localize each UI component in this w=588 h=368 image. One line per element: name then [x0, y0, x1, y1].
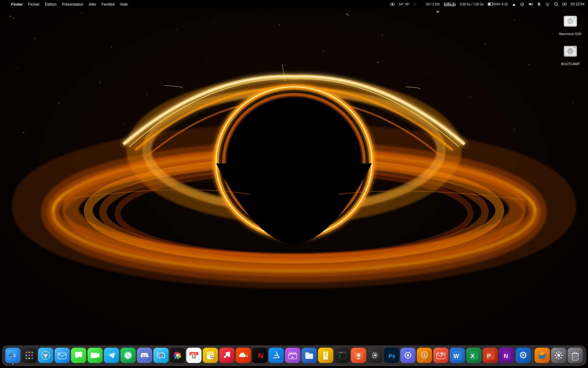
dock-discord[interactable] — [137, 348, 152, 363]
dock-claquette[interactable] — [285, 348, 300, 363]
apple-menu[interactable] — [2, 4, 8, 5]
dock-files[interactable] — [302, 348, 317, 363]
dock-soundcloud[interactable] — [236, 348, 251, 363]
bootcamp-icon[interactable]: BOOTCAMP — [559, 42, 582, 66]
wallpaper — [0, 0, 588, 368]
svg-marker-118 — [97, 353, 100, 358]
svg-point-59 — [392, 4, 393, 5]
menu-aller[interactable]: Aller — [86, 1, 99, 7]
svg-marker-158 — [292, 357, 295, 358]
menu-finder[interactable]: Finder — [9, 1, 25, 7]
svg-rect-200 — [558, 351, 559, 353]
svg-rect-66 — [451, 4, 452, 6]
cpu-graph[interactable] — [442, 1, 457, 7]
dock-mattermost[interactable] — [516, 348, 531, 363]
bootcamp-image — [561, 42, 580, 61]
battery-text: 50% 4:10 — [494, 2, 508, 6]
svg-point-35 — [10, 16, 11, 16]
clock-display[interactable]: 20:10:54 — [569, 1, 586, 7]
svg-rect-141 — [208, 352, 213, 353]
svg-point-110 — [31, 357, 33, 359]
dock-photoshop[interactable]: Ps — [384, 348, 399, 363]
screenrecord-status-icon[interactable] — [389, 1, 396, 7]
dock-netflix[interactable]: N — [252, 348, 268, 363]
svg-point-104 — [31, 352, 33, 353]
dock: DEC 12 — [2, 346, 586, 366]
svg-rect-201 — [560, 352, 562, 354]
dock-facetime[interactable] — [88, 348, 103, 363]
svg-point-1 — [13, 18, 14, 19]
dock-mail[interactable] — [55, 348, 70, 363]
bluetooth-icon[interactable] — [536, 1, 542, 7]
menu-presentation[interactable]: Présentation — [60, 1, 86, 7]
dock-spark[interactable] — [433, 348, 449, 363]
svg-text:N: N — [504, 353, 508, 359]
macintosh-ssd-icon[interactable]: Macintosh SSD — [559, 12, 582, 36]
dock-telegram[interactable] — [104, 348, 119, 363]
svg-rect-205 — [556, 357, 557, 359]
dock-terminal[interactable]: $ _ — [335, 348, 350, 363]
battery-display[interactable]: 50% 4:10 — [487, 2, 509, 6]
menu-edition[interactable]: Édition — [43, 1, 59, 7]
dock-onenote[interactable]: N — [499, 348, 514, 363]
svg-point-127 — [176, 352, 179, 354]
wifi-icon[interactable] — [544, 1, 551, 7]
svg-point-22 — [59, 103, 59, 103]
svg-text:N: N — [258, 351, 264, 360]
svg-point-168 — [342, 352, 343, 353]
dock-safari[interactable] — [38, 348, 54, 363]
svg-point-132 — [174, 354, 176, 357]
svg-point-16 — [17, 67, 18, 68]
dock-system-preferences[interactable] — [551, 348, 567, 363]
dock-appstore[interactable] — [269, 348, 284, 363]
svg-rect-142 — [208, 353, 213, 354]
svg-line-80 — [557, 5, 558, 6]
svg-rect-68 — [455, 4, 456, 6]
dock-maps[interactable] — [153, 348, 169, 363]
svg-rect-149 — [246, 355, 247, 357]
menu-fenetre[interactable]: Fenêtre — [99, 1, 117, 7]
dock-finder[interactable] — [5, 348, 21, 363]
svg-point-12 — [279, 25, 280, 25]
svg-point-167 — [340, 352, 341, 353]
dock-garageband[interactable] — [417, 348, 432, 363]
dock-davinci[interactable] — [368, 348, 383, 363]
svg-point-197 — [522, 354, 524, 356]
menu-aide[interactable]: Aide — [118, 1, 130, 7]
dock-excel[interactable]: X — [466, 348, 482, 363]
dock-calendar[interactable]: DEC 12 — [186, 348, 202, 363]
dock-firefox[interactable] — [535, 348, 550, 363]
svg-text:$ _: $ _ — [339, 354, 344, 357]
network-stats: ↑↓ 50°/ 2,310 — [413, 1, 441, 7]
svg-point-172 — [358, 354, 359, 356]
dock-music[interactable] — [219, 348, 235, 363]
svg-point-98 — [574, 47, 575, 48]
svg-point-106 — [29, 354, 30, 356]
menu-fichier[interactable]: Fichier — [26, 1, 42, 7]
volume-icon[interactable] — [527, 1, 534, 7]
dock-archive[interactable] — [318, 348, 333, 363]
svg-rect-62 — [444, 3, 445, 6]
spotlight-icon[interactable] — [553, 1, 559, 7]
svg-point-23 — [147, 94, 147, 95]
svg-point-28 — [123, 123, 124, 124]
screen-record-icon[interactable] — [561, 1, 568, 7]
dock-launchpad[interactable] — [22, 348, 37, 363]
dock-iterm[interactable] — [203, 348, 218, 363]
dock-helm[interactable] — [400, 348, 416, 363]
dock-whatsapp[interactable] — [121, 348, 136, 363]
dock-trash[interactable] — [568, 348, 583, 363]
dock-powerpoint[interactable]: P — [483, 348, 498, 363]
airplay-icon[interactable] — [511, 1, 517, 7]
timer-icon[interactable] — [519, 1, 525, 7]
svg-point-180 — [407, 354, 409, 357]
dock-photos[interactable] — [170, 348, 185, 363]
dock-screenflow[interactable] — [351, 348, 366, 363]
dock-word[interactable]: W — [450, 348, 465, 363]
svg-point-119 — [124, 352, 132, 359]
svg-rect-116 — [58, 353, 66, 359]
dock-messages[interactable] — [71, 348, 86, 363]
svg-point-199 — [557, 354, 560, 357]
svg-point-131 — [175, 357, 177, 359]
svg-point-108 — [26, 357, 27, 359]
